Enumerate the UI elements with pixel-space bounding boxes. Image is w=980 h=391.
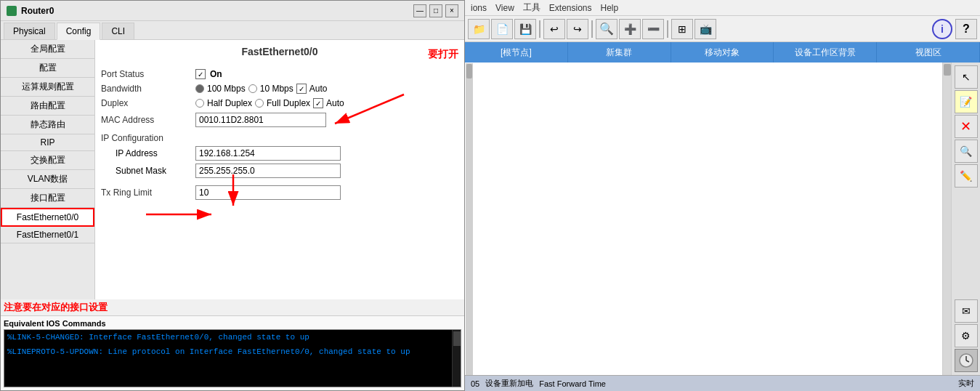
toolbar-grid-btn[interactable]: ⊞ <box>671 19 693 39</box>
sidebar: 全局配置 配置 运算规则配置 路由配置 静态路由 RIP 交换配置 VLAN数据… <box>1 40 95 299</box>
port-status-checkbox[interactable] <box>195 69 206 79</box>
annotation-open: 要打开 <box>428 48 458 60</box>
sidebar-item-rip[interactable]: RIP <box>1 134 94 151</box>
tab-physical[interactable]: Physical <box>4 23 55 39</box>
network-diagram: Router0 Fa0/0 Fa0/1 2 <box>465 63 951 375</box>
toolbar-question-btn[interactable]: ? <box>955 19 977 39</box>
duplex-auto-checkbox[interactable] <box>313 98 323 108</box>
duplex-full-radio[interactable] <box>255 99 264 108</box>
svg-rect-11 <box>466 63 473 375</box>
toolbar-sep2 <box>591 20 593 38</box>
ios-line-3: %LINEPROTO-5-UPDOWN: Line protocol on In… <box>7 347 458 356</box>
sidebar-item-routing[interactable]: 路由配置 <box>1 97 94 116</box>
toolbar-undo-btn[interactable]: ↩ <box>543 19 565 39</box>
ip-address-input[interactable] <box>195 146 341 161</box>
tx-ring-limit-row: Tx Ring Limit <box>101 185 458 200</box>
ios-content[interactable]: %LINK-5-CHANGED: Interface FastEthernet0… <box>4 329 461 387</box>
sidebar-item-routing-rules[interactable]: 运算规则配置 <box>1 78 94 97</box>
right-btn-inspect[interactable]: 🔍 <box>955 140 978 163</box>
subnet-mask-input[interactable] <box>195 164 341 178</box>
mac-address-row: MAC Address <box>101 113 458 127</box>
toolbar-zoom-plus-btn[interactable]: 🔍 <box>596 19 617 39</box>
network-canvas[interactable]: Router0 Fa0/0 Fa0/1 2 <box>465 63 951 375</box>
nav-root[interactable]: [根节点] <box>465 42 568 63</box>
duplex-label: Duplex <box>101 98 195 108</box>
right-btn-note[interactable]: 📝 <box>955 90 978 113</box>
port-status-label: Port Status <box>101 69 195 79</box>
minimize-button[interactable]: — <box>413 4 426 17</box>
bottom-bar: 05 设备重新加电 Fast Forward Time 实时 <box>465 375 980 391</box>
bottom-item2: 设备重新加电 <box>485 378 533 389</box>
nav-bar: [根节点] 新集群 移动对象 设备工作区背景 视图区 <box>465 42 980 63</box>
window-title: Router0 <box>21 6 54 16</box>
canvas-scrollbar[interactable] <box>942 63 951 375</box>
toolbar-new-btn[interactable]: 📄 <box>491 19 513 39</box>
toolbar-info-btn[interactable]: i <box>932 19 952 39</box>
bandwidth-label: Bandwidth <box>101 84 195 94</box>
maximize-button[interactable]: □ <box>429 4 442 17</box>
duplex-half-radio[interactable] <box>195 99 204 108</box>
svg-rect-12 <box>466 64 472 78</box>
toolbar-display-btn[interactable]: 📺 <box>694 19 716 39</box>
tx-ring-limit-input[interactable] <box>195 185 341 200</box>
sidebar-item-global-config[interactable]: 全局配置 <box>1 40 94 59</box>
nav-move[interactable]: 移动对象 <box>671 42 774 63</box>
toolbar-redo-btn[interactable]: ↪ <box>567 19 588 39</box>
port-status-value: On <box>210 69 222 79</box>
sidebar-item-switching[interactable]: 交换配置 <box>1 151 94 170</box>
sidebar-item-config[interactable]: 配置 <box>1 59 94 78</box>
menu-bar: ions View 工具 Extensions Help <box>465 0 980 16</box>
sidebar-item-fe01[interactable]: FastEthernet0/1 <box>1 227 94 243</box>
ip-address-label: IP Address <box>116 148 195 158</box>
sidebar-item-interface[interactable]: 接口配置 <box>1 189 94 208</box>
subnet-mask-row: Subnet Mask <box>101 164 458 178</box>
right-btn-delete[interactable]: ✕ <box>955 115 978 138</box>
menu-extensions[interactable]: Extensions <box>549 3 592 13</box>
sidebar-item-vlan[interactable]: VLAN数据 <box>1 170 94 189</box>
right-sidebar: ↖ 📝 ✕ 🔍 ✏️ ✉ ⚙ <box>951 63 980 375</box>
bandwidth-row: Bandwidth 100 Mbps 10 Mbps Auto <box>101 84 458 94</box>
ip-address-row: IP Address <box>101 146 458 161</box>
menu-ions[interactable]: ions <box>471 3 487 13</box>
sidebar-item-fe00[interactable]: FastEthernet0/0 <box>1 208 94 227</box>
bandwidth-auto-checkbox[interactable] <box>296 84 307 94</box>
tab-cli[interactable]: CLI <box>102 23 134 39</box>
tx-ring-limit-label: Tx Ring Limit <box>101 188 195 198</box>
duplex-half-label: Half Duplex <box>207 98 252 108</box>
bottom-item3: Fast Forward Time <box>539 379 606 388</box>
ios-line-1: %LINK-5-CHANGED: Interface FastEthernet0… <box>7 333 458 342</box>
duplex-full-label: Full Duplex <box>267 98 310 108</box>
subnet-mask-label: Subnet Mask <box>116 166 195 176</box>
right-btn-time[interactable] <box>955 349 978 372</box>
sidebar-item-static-routing[interactable]: 静态路由 <box>1 116 94 134</box>
toolbar-zoom-in-btn[interactable]: ➖ <box>642 19 664 39</box>
bandwidth-10-label: 10 Mbps <box>260 84 293 94</box>
nav-viewport[interactable]: 视图区 <box>877 42 980 63</box>
nav-cluster[interactable]: 新集群 <box>568 42 671 63</box>
menu-view[interactable]: View <box>495 3 514 13</box>
duplex-row: Duplex Half Duplex Full Duplex Auto <box>101 98 458 108</box>
bandwidth-100-radio[interactable] <box>195 84 204 93</box>
bottom-item1: 05 <box>471 379 479 388</box>
toolbar-sep1 <box>539 20 540 38</box>
duplex-auto-label: Auto <box>326 98 344 108</box>
toolbar-save-btn[interactable]: 💾 <box>514 19 536 39</box>
right-btn-mail[interactable]: ✉ <box>955 299 978 323</box>
toolbar-open-btn[interactable]: 📁 <box>468 19 490 39</box>
tab-config[interactable]: Config <box>57 23 101 40</box>
panel-title: FastEthernet0/0 <box>190 46 369 57</box>
bandwidth-auto-label: Auto <box>309 84 328 94</box>
bottom-item4: 实时 <box>958 378 974 389</box>
right-btn-select[interactable]: ↖ <box>955 65 978 89</box>
mac-address-input[interactable] <box>195 113 326 127</box>
nav-device-bg[interactable]: 设备工作区背景 <box>774 42 877 63</box>
close-button[interactable]: × <box>445 4 458 17</box>
bandwidth-10-radio[interactable] <box>248 84 257 93</box>
menu-help[interactable]: Help <box>601 3 619 13</box>
title-bar: Router0 — □ × <box>1 1 464 21</box>
port-status-row: Port Status On <box>101 69 458 79</box>
toolbar-zoom-out-btn[interactable]: ➕ <box>619 19 641 39</box>
right-btn-settings[interactable]: ⚙ <box>955 324 978 347</box>
menu-tools[interactable]: 工具 <box>523 1 540 14</box>
right-btn-draw[interactable]: ✏️ <box>955 164 978 188</box>
